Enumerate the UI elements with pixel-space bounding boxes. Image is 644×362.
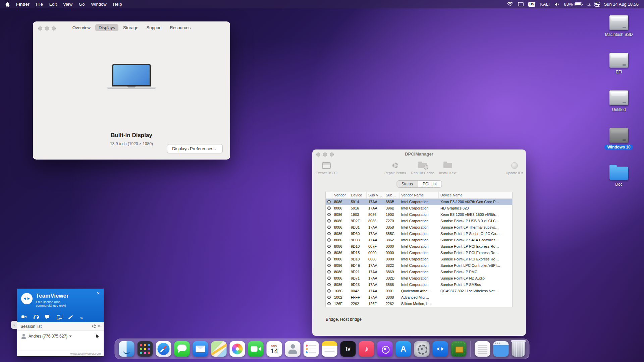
displays-preferences-button[interactable]: Displays Preferences…	[167, 144, 223, 153]
dock-icon-textedit[interactable]	[475, 341, 490, 357]
pci-cell-sub: 0901	[384, 288, 399, 294]
pci-table-row[interactable]: 8086190380861903Intel CorporationXeon E3…	[326, 212, 512, 218]
dock-icon-safari[interactable]	[156, 341, 171, 357]
toolbar-button-rebuild-cache[interactable]: Rebuild Cache	[409, 161, 437, 175]
session-entry-row[interactable]: Andres (776 375 627)	[17, 331, 104, 341]
spotlight-icon[interactable]	[587, 3, 590, 6]
pci-table-row[interactable]: 80869D0317AA3862Intel CorporationSunrise…	[326, 237, 512, 243]
column-header-vendor[interactable]: Vendor	[332, 192, 349, 198]
desktop-icon-efi[interactable]: EFI	[600, 53, 637, 75]
pci-table-row[interactable]: 80869D2117AA3869Intel CorporationSunrise…	[326, 269, 512, 275]
dock-icon-podcasts[interactable]	[377, 341, 393, 357]
dock-icon-music[interactable]: ♪	[359, 341, 374, 357]
column-header-sub-v[interactable]: Sub V…	[367, 192, 384, 198]
tab-resources[interactable]: Resources	[166, 24, 194, 31]
pci-table-row[interactable]: 80869D1500000000Intel CorporationSunrise…	[326, 250, 512, 256]
battery-icon	[575, 2, 582, 6]
audio-call-icon[interactable]	[33, 315, 39, 319]
menu-view[interactable]: View	[63, 2, 72, 7]
column-header-device-name[interactable]: Device Name	[439, 192, 512, 198]
dock-icon-system-preferences[interactable]	[414, 341, 430, 357]
pci-table-row[interactable]: 80869D6017AA385CIntel CorporationSunrise…	[326, 231, 512, 237]
desktop-icon-untitled[interactable]: Untitled	[600, 90, 637, 112]
dock-icon-notes[interactable]	[322, 341, 337, 357]
pci-table-row[interactable]: 80869D2F80867270Intel CorporationSunrise…	[326, 218, 512, 224]
keyboard-layout-badge[interactable]: US	[528, 2, 536, 7]
pci-table-row[interactable]: 126F2262126F2262Silicon Motion, I…	[326, 301, 512, 307]
dock-icon-trash[interactable]	[512, 341, 525, 357]
menu-window[interactable]: Window	[91, 2, 106, 7]
screen-mirroring-icon[interactable]	[518, 2, 524, 6]
chevron-down-icon[interactable]	[69, 336, 72, 337]
dock-icon-finder[interactable]	[119, 341, 135, 357]
teamviewer-footer-link[interactable]: www.teamviewer.com	[17, 351, 104, 356]
dock-icon-tv[interactable]: tv	[340, 341, 356, 357]
menu-file[interactable]: File	[36, 2, 43, 7]
column-header-vendor-name[interactable]: Vendor Name	[399, 192, 439, 198]
tab-storage[interactable]: Storage	[120, 24, 142, 31]
dock-icon-mail[interactable]	[193, 341, 208, 357]
toolbar-button-repair-perms[interactable]: Repair Perms	[381, 161, 409, 175]
video-call-icon[interactable]	[21, 315, 27, 319]
tab-support[interactable]: Support	[143, 24, 165, 31]
volume-icon[interactable]	[554, 2, 559, 6]
pci-table-row[interactable]: 168C004217AA0901Qualcomm Athe…QCA9377 80…	[326, 288, 512, 294]
tab-displays[interactable]: Displays	[95, 24, 118, 31]
dock-icon-app-store[interactable]: A	[396, 341, 411, 357]
dock-icon-facetime[interactable]	[248, 341, 264, 357]
menu-go[interactable]: Go	[79, 2, 85, 7]
pci-table-row[interactable]: 80869D10007F0000Intel CorporationSunrise…	[326, 243, 512, 250]
dock-icon-photos[interactable]	[230, 341, 245, 357]
tab-overview[interactable]: Overview	[69, 24, 94, 31]
pci-table-row[interactable]: 8086591417AA383BIntel CorporationXeon E3…	[326, 199, 512, 205]
control-center-icon[interactable]	[594, 2, 599, 7]
dock-icon-app-window[interactable]	[493, 341, 509, 357]
pci-table-row[interactable]: 8086591617AA396BIntel CorporationHD Grap…	[326, 205, 512, 212]
menu-edit[interactable]: Edit	[49, 2, 57, 7]
chevron-down-icon[interactable]	[98, 325, 100, 327]
close-icon[interactable]	[96, 291, 101, 296]
active-app-menu[interactable]: Finder	[16, 2, 30, 7]
desktop-icon-doc[interactable]: Doc	[600, 165, 637, 187]
settings-gear-icon[interactable]	[92, 324, 96, 328]
desktop-icon-macintosh-ssd[interactable]: Macintosh SSD	[600, 15, 637, 37]
more-icon[interactable]	[80, 315, 86, 319]
menu-help[interactable]: Help	[113, 2, 122, 7]
pci-table-row[interactable]: 80869D1800000000Intel CorporationSunrise…	[326, 256, 512, 262]
battery-indicator[interactable]: 83%	[564, 2, 582, 7]
network-name-label[interactable]: KALI	[540, 2, 549, 7]
toolbar-button-update-ids[interactable]: Update IDs	[500, 161, 529, 175]
tab-pci-list[interactable]: PCI List	[418, 181, 441, 187]
menu-bar-clock[interactable]: Sun 14 Aug 18.56	[604, 2, 639, 7]
wifi-icon[interactable]	[507, 2, 513, 6]
dock-icon-messages[interactable]	[174, 341, 190, 357]
dock-icon-launchpad[interactable]	[138, 341, 153, 357]
tab-status[interactable]: Status	[397, 181, 418, 187]
pci-table-row[interactable]: 80869D3117AA3858Intel CorporationSunrise…	[326, 224, 512, 231]
apple-menu-icon[interactable]	[5, 2, 10, 7]
pci-table-row[interactable]: 80869D2317AA3866Intel CorporationSunrise…	[326, 282, 512, 288]
desktop-icon-windows-10[interactable]: Windows 10	[600, 128, 637, 150]
toolbar-button-extract-dsdt[interactable]: Extract DSDT	[312, 161, 340, 175]
chat-icon[interactable]	[45, 315, 50, 319]
column-header-sub[interactable]: Sub…	[384, 192, 399, 198]
toolbar-button-install-kext[interactable]: Install Kext	[434, 161, 462, 175]
dock-icon-contacts[interactable]	[285, 341, 301, 357]
pci-table-row[interactable]: 80869D4E17AA3822Intel CorporationSunrise…	[326, 262, 512, 269]
laptop-screen-graphic	[112, 64, 151, 86]
column-header-device[interactable]: Device	[349, 192, 367, 198]
dock-icon-teamviewer[interactable]	[433, 341, 448, 357]
pci-cell-device_name: Sunrise Point-LP PCI Express Ro…	[439, 256, 512, 262]
pci-table-row[interactable]: 1002FFFF17AA3808Advanced Micr…	[326, 294, 512, 301]
whiteboard-icon[interactable]	[68, 315, 74, 319]
dock-icon-calendar[interactable]: AUG14	[267, 341, 282, 357]
file-transfer-icon[interactable]	[57, 315, 62, 319]
pci-table-row[interactable]: 80869D7117AA382DIntel CorporationSunrise…	[326, 275, 512, 282]
dock-icon-reminders[interactable]	[304, 341, 319, 357]
pci-device-icon	[327, 200, 331, 203]
dock-icon-maps[interactable]	[211, 341, 227, 357]
pci-cell-device_name: Sunrise Point-LP HD Audio	[439, 275, 512, 282]
panel-collapse-tab[interactable]	[11, 321, 17, 329]
session-list-row[interactable]: Session list	[17, 322, 104, 331]
dock-icon-dpcimanager[interactable]	[451, 341, 467, 357]
